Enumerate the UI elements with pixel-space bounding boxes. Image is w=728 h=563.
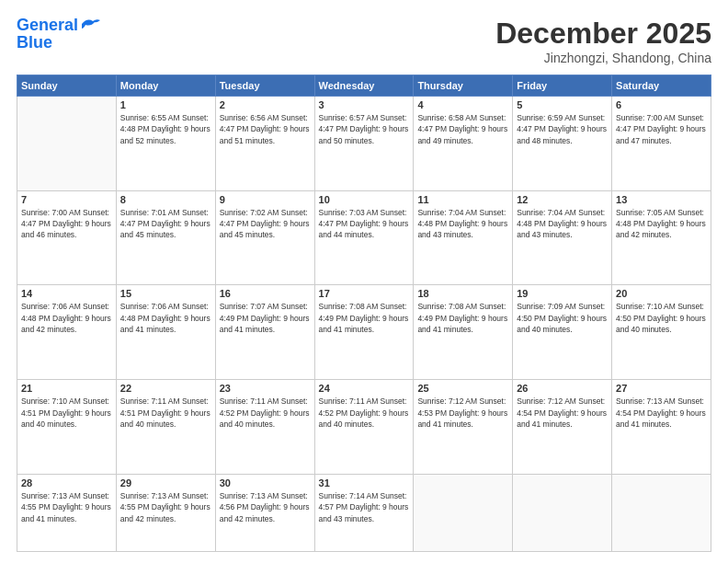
title-section: December 2025 Jinzhongzi, Shandong, Chin… (495, 17, 711, 65)
page: General Blue December 2025 Jinzhongzi, S… (0, 0, 728, 563)
day-info: Sunrise: 7:01 AM Sunset: 4:47 PM Dayligh… (120, 207, 211, 241)
day-info: Sunrise: 7:13 AM Sunset: 4:54 PM Dayligh… (616, 396, 707, 430)
calendar-day-cell: 23Sunrise: 7:11 AM Sunset: 4:52 PM Dayli… (215, 380, 314, 475)
calendar-day-cell: 5Sunrise: 6:59 AM Sunset: 4:47 PM Daylig… (513, 97, 612, 191)
day-info: Sunrise: 7:06 AM Sunset: 4:48 PM Dayligh… (120, 301, 211, 335)
day-info: Sunrise: 7:14 AM Sunset: 4:57 PM Dayligh… (319, 490, 410, 524)
day-info: Sunrise: 7:12 AM Sunset: 4:54 PM Dayligh… (517, 396, 608, 430)
calendar-day-cell: 8Sunrise: 7:01 AM Sunset: 4:47 PM Daylig… (116, 190, 215, 285)
weekday-header-sunday: Sunday (17, 75, 117, 97)
day-number: 5 (517, 99, 608, 110)
weekday-header-thursday: Thursday (414, 75, 513, 97)
day-info: Sunrise: 7:03 AM Sunset: 4:47 PM Dayligh… (319, 207, 410, 241)
logo: General Blue (17, 17, 100, 52)
calendar-day-cell: 26Sunrise: 7:12 AM Sunset: 4:54 PM Dayli… (513, 380, 612, 475)
calendar-week-row: 28Sunrise: 7:13 AM Sunset: 4:55 PM Dayli… (17, 474, 711, 551)
calendar-day-cell: 28Sunrise: 7:13 AM Sunset: 4:55 PM Dayli… (17, 474, 117, 551)
day-number: 14 (21, 288, 112, 299)
day-info: Sunrise: 7:04 AM Sunset: 4:48 PM Dayligh… (417, 207, 508, 241)
day-number: 8 (120, 194, 211, 205)
day-number: 19 (517, 288, 608, 299)
day-info: Sunrise: 7:02 AM Sunset: 4:47 PM Dayligh… (220, 207, 311, 241)
day-info: Sunrise: 6:59 AM Sunset: 4:47 PM Dayligh… (517, 112, 608, 146)
day-number: 10 (319, 194, 410, 205)
day-number: 1 (120, 99, 211, 110)
day-info: Sunrise: 7:10 AM Sunset: 4:50 PM Dayligh… (616, 301, 707, 335)
weekday-header-tuesday: Tuesday (215, 75, 314, 97)
weekday-header-friday: Friday (513, 75, 612, 97)
day-info: Sunrise: 7:13 AM Sunset: 4:56 PM Dayligh… (220, 490, 311, 524)
day-info: Sunrise: 7:05 AM Sunset: 4:48 PM Dayligh… (616, 207, 707, 241)
day-number: 28 (21, 477, 112, 488)
day-info: Sunrise: 7:11 AM Sunset: 4:52 PM Dayligh… (220, 396, 311, 430)
calendar-day-cell: 7Sunrise: 7:00 AM Sunset: 4:47 PM Daylig… (17, 190, 117, 285)
calendar-day-cell: 19Sunrise: 7:09 AM Sunset: 4:50 PM Dayli… (513, 285, 612, 380)
day-number: 3 (319, 99, 410, 110)
day-number: 30 (220, 477, 311, 488)
calendar-day-cell: 29Sunrise: 7:13 AM Sunset: 4:55 PM Dayli… (116, 474, 215, 551)
calendar-day-cell: 22Sunrise: 7:11 AM Sunset: 4:51 PM Dayli… (116, 380, 215, 475)
day-info: Sunrise: 7:13 AM Sunset: 4:55 PM Dayligh… (21, 490, 112, 524)
calendar-day-cell (612, 474, 711, 551)
day-number: 16 (220, 288, 311, 299)
day-info: Sunrise: 7:00 AM Sunset: 4:47 PM Dayligh… (21, 207, 112, 241)
day-info: Sunrise: 6:56 AM Sunset: 4:47 PM Dayligh… (220, 112, 311, 146)
day-info: Sunrise: 7:12 AM Sunset: 4:53 PM Dayligh… (417, 396, 508, 430)
calendar-day-cell: 24Sunrise: 7:11 AM Sunset: 4:52 PM Dayli… (314, 380, 414, 475)
day-number: 27 (616, 383, 707, 394)
weekday-header-wednesday: Wednesday (314, 75, 414, 97)
day-info: Sunrise: 7:08 AM Sunset: 4:49 PM Dayligh… (417, 301, 508, 335)
day-info: Sunrise: 7:11 AM Sunset: 4:51 PM Dayligh… (120, 396, 211, 430)
day-number: 12 (517, 194, 608, 205)
day-number: 31 (319, 477, 410, 488)
calendar-day-cell: 13Sunrise: 7:05 AM Sunset: 4:48 PM Dayli… (612, 190, 711, 285)
calendar-day-cell: 20Sunrise: 7:10 AM Sunset: 4:50 PM Dayli… (612, 285, 711, 380)
calendar-week-row: 21Sunrise: 7:10 AM Sunset: 4:51 PM Dayli… (17, 380, 711, 475)
calendar-day-cell: 2Sunrise: 6:56 AM Sunset: 4:47 PM Daylig… (215, 97, 314, 191)
day-info: Sunrise: 7:09 AM Sunset: 4:50 PM Dayligh… (517, 301, 608, 335)
day-number: 26 (517, 383, 608, 394)
day-number: 6 (616, 99, 707, 110)
day-number: 9 (220, 194, 311, 205)
calendar-day-cell: 30Sunrise: 7:13 AM Sunset: 4:56 PM Dayli… (215, 474, 314, 551)
day-number: 20 (616, 288, 707, 299)
day-number: 29 (120, 477, 211, 488)
calendar-day-cell: 21Sunrise: 7:10 AM Sunset: 4:51 PM Dayli… (17, 380, 117, 475)
day-info: Sunrise: 6:57 AM Sunset: 4:47 PM Dayligh… (319, 112, 410, 146)
calendar-table: SundayMondayTuesdayWednesdayThursdayFrid… (17, 75, 711, 552)
calendar-day-cell: 17Sunrise: 7:08 AM Sunset: 4:49 PM Dayli… (314, 285, 414, 380)
day-info: Sunrise: 7:08 AM Sunset: 4:49 PM Dayligh… (319, 301, 410, 335)
day-number: 23 (220, 383, 311, 394)
day-number: 22 (120, 383, 211, 394)
header: General Blue December 2025 Jinzhongzi, S… (17, 17, 711, 65)
month-title: December 2025 (495, 17, 711, 51)
day-number: 11 (417, 194, 508, 205)
calendar-day-cell: 11Sunrise: 7:04 AM Sunset: 4:48 PM Dayli… (414, 190, 513, 285)
calendar-day-cell: 6Sunrise: 7:00 AM Sunset: 4:47 PM Daylig… (612, 97, 711, 191)
day-number: 4 (417, 99, 508, 110)
day-number: 25 (417, 383, 508, 394)
day-number: 21 (21, 383, 112, 394)
day-number: 24 (319, 383, 410, 394)
day-number: 7 (21, 194, 112, 205)
calendar-day-cell: 14Sunrise: 7:06 AM Sunset: 4:48 PM Dayli… (17, 285, 117, 380)
logo-bird-icon (80, 16, 100, 32)
day-info: Sunrise: 6:55 AM Sunset: 4:48 PM Dayligh… (120, 112, 211, 146)
calendar-week-row: 1Sunrise: 6:55 AM Sunset: 4:48 PM Daylig… (17, 97, 711, 191)
calendar-day-cell (17, 97, 117, 191)
day-number: 17 (319, 288, 410, 299)
day-info: Sunrise: 7:11 AM Sunset: 4:52 PM Dayligh… (319, 396, 410, 430)
day-info: Sunrise: 7:07 AM Sunset: 4:49 PM Dayligh… (220, 301, 311, 335)
calendar-week-row: 7Sunrise: 7:00 AM Sunset: 4:47 PM Daylig… (17, 190, 711, 285)
day-number: 15 (120, 288, 211, 299)
day-info: Sunrise: 6:58 AM Sunset: 4:47 PM Dayligh… (417, 112, 508, 146)
calendar-day-cell: 15Sunrise: 7:06 AM Sunset: 4:48 PM Dayli… (116, 285, 215, 380)
calendar-day-cell: 10Sunrise: 7:03 AM Sunset: 4:47 PM Dayli… (314, 190, 414, 285)
calendar-day-cell: 4Sunrise: 6:58 AM Sunset: 4:47 PM Daylig… (414, 97, 513, 191)
day-number: 18 (417, 288, 508, 299)
calendar-day-cell: 1Sunrise: 6:55 AM Sunset: 4:48 PM Daylig… (116, 97, 215, 191)
calendar-day-cell: 25Sunrise: 7:12 AM Sunset: 4:53 PM Dayli… (414, 380, 513, 475)
day-number: 2 (220, 99, 311, 110)
day-info: Sunrise: 7:10 AM Sunset: 4:51 PM Dayligh… (21, 396, 112, 430)
calendar-day-cell (414, 474, 513, 551)
